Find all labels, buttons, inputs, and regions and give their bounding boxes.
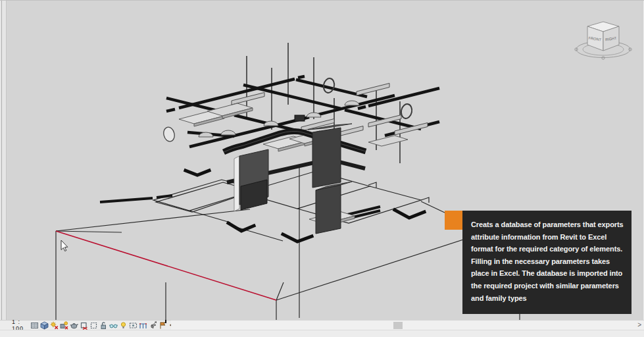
tooltip-line: Creats a database of parameters that exp…: [471, 219, 628, 231]
tooltip: Creats a database of parameters that exp…: [462, 211, 632, 314]
highlighted-schedule-element[interactable]: [445, 211, 463, 230]
mouse-cursor: [61, 240, 68, 251]
show-crop-region-icon[interactable]: [89, 321, 98, 330]
reveal-hidden-elements-icon[interactable]: [119, 321, 128, 330]
model-line-tick: [165, 320, 166, 323]
highlight-displacement-sets-icon[interactable]: [149, 321, 157, 330]
sun-path-icon[interactable]: [50, 321, 59, 330]
tooltip-line: attribute information from Revit to Exce…: [471, 231, 628, 244]
unlocked-3d-view-icon[interactable]: [99, 321, 108, 330]
tooltip-line: the required project with similar parame…: [471, 280, 628, 292]
scrollbar-thumb[interactable]: [393, 322, 403, 329]
horizontal-scrollbar[interactable]: >: [171, 320, 644, 330]
detail-level-icon[interactable]: [30, 321, 39, 330]
view-control-icons: [30, 321, 167, 330]
view-cube[interactable]: FRONT RIGHT: [575, 22, 632, 59]
revit-drawing-area: FRONT RIGHT Creats a database of paramet…: [0, 0, 644, 337]
crop-view-icon[interactable]: [80, 321, 88, 330]
tooltip-line: and family types: [471, 292, 628, 305]
tooltip-line: format for the required category of elem…: [471, 243, 628, 255]
tooltip-line: Filling in the necessary parameters take…: [471, 255, 628, 268]
scrollbar-right-arrow[interactable]: >: [637, 321, 641, 330]
status-strip: [0, 330, 644, 337]
tooltip-line: place in Excel. The database is imported…: [471, 267, 628, 280]
shadows-icon[interactable]: [60, 321, 68, 330]
visual-style-icon[interactable]: [40, 321, 49, 330]
temporary-view-properties-icon[interactable]: [129, 321, 137, 330]
show-analytical-model-icon[interactable]: [139, 321, 147, 330]
view-control-bar: 1 : 100 <: [0, 320, 171, 330]
temporary-hide-isolate-icon[interactable]: [109, 321, 118, 330]
rendering-dialog-icon[interactable]: [70, 321, 78, 330]
